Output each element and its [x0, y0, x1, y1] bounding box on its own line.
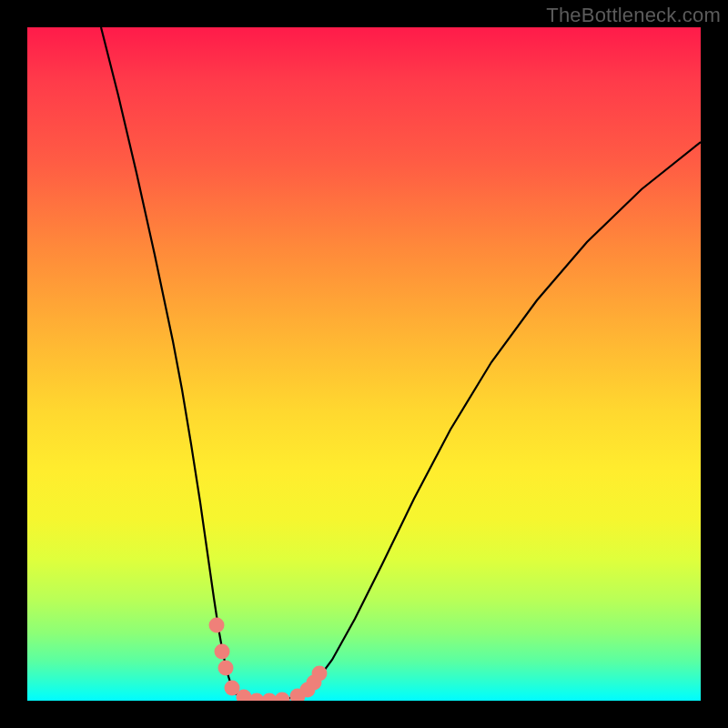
- data-dot: [275, 693, 290, 702]
- bottleneck-curve: [101, 27, 701, 701]
- watermark-text: TheBottleneck.com: [546, 4, 721, 27]
- data-dot: [215, 644, 230, 660]
- data-dot: [218, 661, 234, 676]
- chart-svg: [27, 27, 701, 701]
- outer-frame: TheBottleneck.com: [0, 0, 728, 728]
- data-dot: [312, 666, 328, 682]
- plot-area: [27, 27, 701, 701]
- data-dot: [209, 618, 225, 633]
- data-dots: [209, 618, 328, 702]
